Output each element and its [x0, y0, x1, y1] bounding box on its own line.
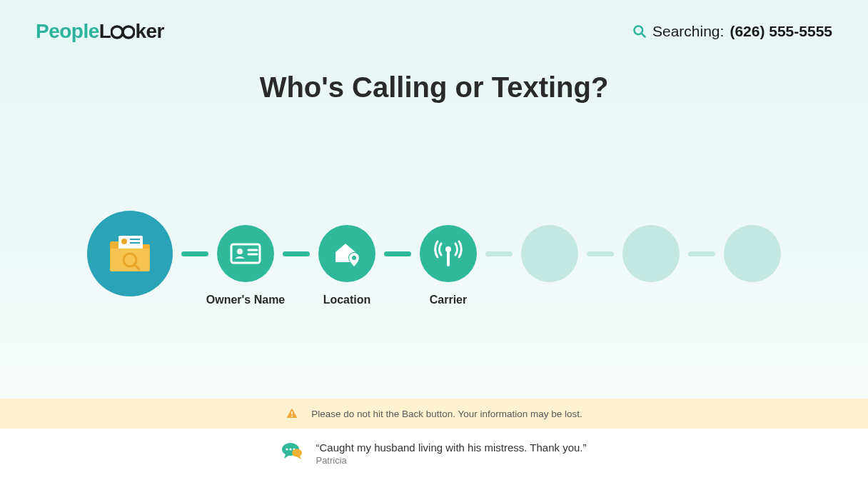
- step-search: [87, 211, 173, 296]
- testimonial: “Caught my husband living with his mistr…: [0, 429, 868, 490]
- folder-search-icon: [106, 233, 154, 274]
- header: People Lker Searching: (626) 555-5555: [0, 0, 868, 50]
- logo-text-looker: Lker: [99, 20, 164, 43]
- searching-number: (626) 555-5555: [730, 23, 832, 40]
- svg-point-14: [237, 249, 243, 254]
- step-label: Location: [304, 294, 390, 306]
- step-dash: [384, 251, 411, 256]
- step-pending-circle: [521, 225, 578, 282]
- id-card-icon: [230, 241, 261, 266]
- step-dash: [283, 251, 310, 256]
- svg-point-7: [121, 239, 127, 244]
- step-search-circle: [87, 211, 173, 296]
- step-pending-circle: [724, 225, 781, 282]
- step-label: Carrier: [405, 294, 491, 306]
- step-pending-1: [521, 225, 578, 282]
- logo-text-people: People: [36, 20, 99, 43]
- svg-point-24: [286, 448, 288, 450]
- step-carrier-circle: [420, 225, 477, 282]
- warning-banner: Please do not hit the Back button. Your …: [0, 399, 868, 429]
- step-carrier: Carrier: [420, 225, 477, 282]
- step-pending-3: [724, 225, 781, 282]
- step-owner: Owner's Name: [217, 225, 274, 282]
- warning-icon: [286, 407, 298, 420]
- testimonial-author: Patricia: [316, 455, 586, 466]
- progress-steps: Owner's Name Location: [44, 211, 824, 296]
- svg-rect-10: [110, 249, 150, 271]
- progress-area: Owner's Name Location: [0, 104, 868, 399]
- svg-rect-22: [291, 416, 293, 417]
- searching-status: Searching: (626) 555-5555: [632, 23, 832, 40]
- page-title: Who's Calling or Texting?: [0, 71, 868, 104]
- step-pending-2: [622, 225, 680, 282]
- step-location: Location: [318, 225, 375, 282]
- svg-point-18: [352, 256, 356, 260]
- step-pending-circle: [622, 225, 680, 282]
- house-pin-icon: [331, 239, 363, 268]
- speech-bubble-icon: [281, 441, 303, 460]
- testimonial-body: “Caught my husband living with his mistr…: [316, 441, 586, 466]
- logo[interactable]: People Lker: [36, 20, 164, 43]
- step-dash: [485, 251, 513, 256]
- searching-label: Searching:: [652, 23, 724, 40]
- step-location-circle: [318, 225, 375, 282]
- svg-rect-21: [291, 411, 293, 415]
- step-dash: [181, 251, 208, 256]
- svg-point-25: [290, 448, 292, 450]
- testimonial-quote: “Caught my husband living with his mistr…: [316, 441, 586, 454]
- warning-text: Please do not hit the Back button. Your …: [311, 409, 582, 419]
- logo-eyes-icon: [111, 25, 135, 39]
- svg-point-1: [123, 26, 134, 38]
- svg-point-27: [292, 449, 302, 457]
- step-dash: [688, 251, 715, 256]
- search-icon: [632, 24, 647, 39]
- antenna-icon: [433, 239, 464, 268]
- svg-line-3: [641, 34, 645, 37]
- svg-point-0: [111, 26, 123, 38]
- step-owner-circle: [217, 225, 274, 282]
- step-label: Owner's Name: [203, 294, 288, 306]
- step-dash: [587, 251, 614, 256]
